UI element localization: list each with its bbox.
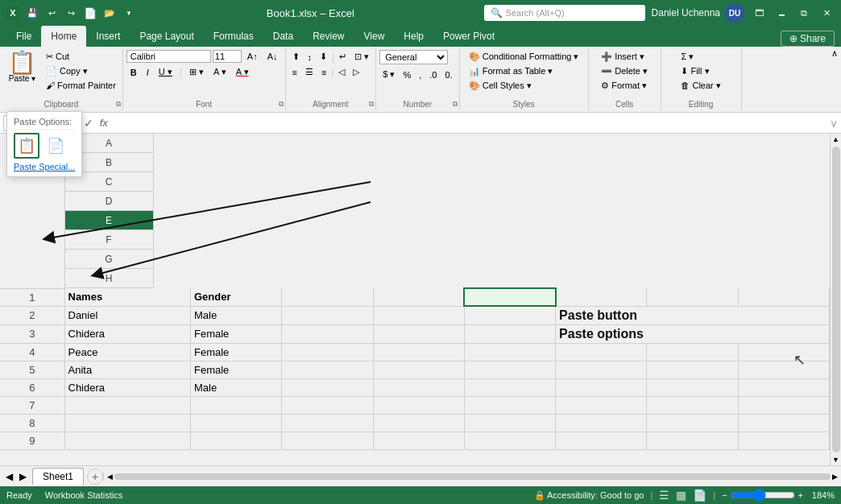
cell-g8[interactable] bbox=[647, 414, 738, 432]
cell-g7[interactable] bbox=[647, 396, 738, 414]
share-button[interactable]: ⊕ Share bbox=[781, 31, 835, 47]
cell-styles-button[interactable]: 🎨 Cell Styles ▾ bbox=[466, 79, 535, 93]
align-middle-btn[interactable]: ↕ bbox=[304, 51, 316, 64]
user-avatar[interactable]: DU bbox=[725, 3, 744, 23]
number-format-select[interactable]: General bbox=[379, 50, 448, 64]
tab-page-layout[interactable]: Page Layout bbox=[130, 26, 203, 47]
number-expand-icon[interactable]: ⧉ bbox=[453, 100, 458, 109]
cell-h7[interactable] bbox=[738, 396, 829, 414]
zoom-level[interactable]: 184% bbox=[806, 490, 835, 500]
close-btn[interactable]: ✕ bbox=[818, 5, 835, 21]
cell-e2[interactable] bbox=[464, 306, 555, 324]
cell-a3[interactable]: Chidera bbox=[64, 324, 190, 343]
row-header-1[interactable]: 1 bbox=[0, 288, 64, 306]
cell-c7[interactable] bbox=[282, 396, 373, 414]
cell-d8[interactable] bbox=[373, 414, 464, 432]
format-as-table-button[interactable]: 📊 Format as Table ▾ bbox=[466, 64, 557, 78]
grid-wrapper[interactable]: A B C D E F G H 1 bbox=[0, 134, 830, 465]
col-header-d[interactable]: D bbox=[65, 192, 154, 211]
tab-review[interactable]: Review bbox=[303, 26, 354, 47]
cell-a6[interactable]: Chidera bbox=[64, 378, 190, 396]
cell-g1[interactable] bbox=[647, 288, 738, 306]
cell-g5[interactable] bbox=[647, 361, 738, 378]
cell-e1[interactable] bbox=[464, 288, 555, 306]
cell-c5[interactable] bbox=[282, 361, 373, 378]
cell-d5[interactable] bbox=[373, 361, 464, 378]
ribbon-collapse-btn[interactable]: ∧ bbox=[831, 48, 838, 59]
row-header-2[interactable]: 2 bbox=[0, 306, 64, 324]
cell-d1[interactable] bbox=[373, 288, 464, 306]
cell-a1[interactable]: Names bbox=[64, 288, 190, 306]
alignment-expand-icon[interactable]: ⧉ bbox=[369, 100, 374, 109]
increase-decimal-btn[interactable]: 0. bbox=[441, 68, 455, 81]
border-button[interactable]: ⊞ ▾ bbox=[185, 65, 208, 79]
zoom-in-btn[interactable]: + bbox=[798, 490, 803, 500]
fill-button[interactable]: ⬇ Fill ▾ bbox=[677, 64, 712, 78]
cell-e6[interactable] bbox=[464, 378, 555, 396]
cell-c2[interactable] bbox=[282, 306, 373, 324]
row-header-3[interactable]: 3 bbox=[0, 324, 64, 343]
cell-g9[interactable] bbox=[647, 432, 738, 449]
cell-f9[interactable] bbox=[556, 432, 647, 449]
insert-cells-button[interactable]: ➕ Insert ▾ bbox=[598, 50, 648, 64]
indent-decrease-btn[interactable]: ◁ bbox=[335, 65, 348, 79]
align-bottom-btn[interactable]: ⬇ bbox=[317, 50, 330, 64]
next-sheet-btn[interactable]: ▶ bbox=[17, 471, 29, 482]
cell-f4[interactable] bbox=[556, 343, 647, 361]
ribbon-toggle-btn[interactable]: 🗔 bbox=[751, 5, 767, 21]
maximize-btn[interactable]: ⧉ bbox=[796, 5, 812, 21]
paste-option-default[interactable]: 📋 bbox=[14, 133, 39, 159]
cell-e3[interactable] bbox=[464, 324, 555, 343]
indent-increase-btn[interactable]: ▷ bbox=[350, 65, 362, 79]
cell-b1[interactable]: Gender bbox=[190, 288, 281, 306]
cut-button[interactable]: ✂ Cut bbox=[43, 50, 119, 64]
cell-h8[interactable] bbox=[738, 414, 829, 432]
cell-b3[interactable]: Female bbox=[190, 324, 281, 343]
cell-a4[interactable]: Peace bbox=[64, 343, 190, 361]
page-layout-view-btn[interactable]: 📄 bbox=[693, 489, 706, 502]
cell-d2[interactable] bbox=[373, 306, 464, 324]
scroll-left-btn[interactable]: ◀ bbox=[107, 473, 113, 481]
cell-g6[interactable] bbox=[647, 378, 738, 396]
cell-f1[interactable] bbox=[556, 288, 647, 306]
col-header-g[interactable]: G bbox=[65, 250, 154, 269]
cell-b8[interactable] bbox=[190, 414, 281, 432]
cell-c8[interactable] bbox=[282, 414, 373, 432]
copy-button[interactable]: 📄 Copy ▾ bbox=[43, 64, 119, 78]
align-top-btn[interactable]: ⬆ bbox=[289, 50, 303, 64]
col-header-h[interactable]: H bbox=[65, 269, 154, 288]
format-cells-button[interactable]: ⚙ Format ▾ bbox=[598, 79, 650, 93]
sheet-tab-sheet1[interactable]: Sheet1 bbox=[32, 468, 84, 485]
minimize-btn[interactable]: 🗕 bbox=[773, 5, 789, 21]
autosum-button[interactable]: Σ ▾ bbox=[677, 50, 697, 64]
cell-h5[interactable] bbox=[738, 361, 829, 378]
align-right-btn[interactable]: ≡ bbox=[318, 66, 329, 79]
cell-b9[interactable] bbox=[190, 432, 281, 449]
tab-data[interactable]: Data bbox=[263, 26, 303, 47]
cell-e8[interactable] bbox=[464, 414, 555, 432]
align-center-btn[interactable]: ☰ bbox=[302, 65, 317, 79]
merge-cells-btn[interactable]: ⊡ ▾ bbox=[351, 50, 372, 64]
tab-home[interactable]: Home bbox=[41, 26, 86, 47]
decrease-decimal-btn[interactable]: .0 bbox=[426, 68, 440, 81]
cell-d3[interactable] bbox=[373, 324, 464, 343]
font-expand-icon[interactable]: ⧉ bbox=[279, 100, 284, 109]
cell-h1[interactable] bbox=[738, 288, 829, 306]
zoom-out-btn[interactable]: − bbox=[722, 490, 727, 500]
undo-icon[interactable]: ↩ bbox=[44, 5, 60, 21]
cell-a2[interactable]: Daniel bbox=[64, 306, 190, 324]
cell-d9[interactable] bbox=[373, 432, 464, 449]
save-icon[interactable]: 💾 bbox=[24, 5, 40, 21]
row-header-9[interactable]: 9 bbox=[0, 432, 64, 449]
tab-view[interactable]: View bbox=[354, 26, 395, 47]
font-color-button[interactable]: A ▾ bbox=[232, 65, 253, 79]
delete-cells-button[interactable]: ➖ Delete ▾ bbox=[598, 64, 651, 78]
open-icon[interactable]: 📂 bbox=[102, 5, 118, 21]
percent-btn[interactable]: % bbox=[400, 68, 414, 81]
wrap-text-btn[interactable]: ↵ bbox=[336, 50, 350, 64]
row-header-6[interactable]: 6 bbox=[0, 378, 64, 396]
scroll-right-btn[interactable]: ▶ bbox=[832, 473, 838, 481]
increase-font-btn[interactable]: A↑ bbox=[243, 50, 262, 63]
cell-c3[interactable] bbox=[282, 324, 373, 343]
format-painter-button[interactable]: 🖌 Format Painter bbox=[43, 79, 119, 92]
